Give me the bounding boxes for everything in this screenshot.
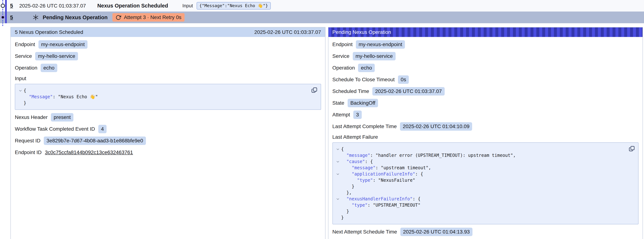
json-text <box>341 172 352 176</box>
json-text <box>341 159 346 164</box>
json-text: : "handler error (UPSTREAM_TIMEOUT): ups… <box>370 153 516 158</box>
code-line: "applicationFailureInfo": { <box>335 171 626 177</box>
field-value-badge: 3e829b7e-7d67-4b08-aad3-b1e868bfe9e0 <box>44 136 146 145</box>
code-text: "message": "handler error (UPSTREAM_TIME… <box>341 152 516 158</box>
detail-field-row: Operationecho <box>332 64 639 72</box>
field-value-link[interactable]: 3c0c75ccfa8144b092c13ce632463761 <box>45 150 133 155</box>
code-line: "nexusHandlerFailureInfo": { <box>335 196 626 202</box>
detail-field-row: Nexus Headerpresent <box>15 113 321 122</box>
code-line: } <box>335 214 626 221</box>
chevron-down-icon[interactable] <box>335 158 341 164</box>
event-row-nexus-operation-scheduled[interactable]: 5 2025-02-26 UTC 01:03:37.07 Nexus Opera… <box>0 0 644 12</box>
json-text: : "NexusFailure" <box>373 178 415 183</box>
field-label: Nexus Header <box>15 114 48 120</box>
code-gutter <box>17 94 24 95</box>
code-text: } <box>341 214 344 221</box>
chevron-down-icon[interactable] <box>335 146 341 151</box>
code-gutter <box>335 208 341 210</box>
field-value-badge: echo <box>358 64 375 72</box>
code-gutter <box>335 214 341 216</box>
json-text: : { <box>365 159 373 164</box>
field-label: Service <box>332 53 350 59</box>
scheduled-panel-header: 5 Nexus Operation Scheduled 2025-02-26 U… <box>11 28 325 37</box>
json-text: } <box>341 184 354 189</box>
json-text: : { <box>415 172 423 176</box>
json-text: : "upstream timeout", <box>376 165 431 170</box>
field-label: Last Attempt Failure <box>332 134 639 140</box>
code-line: { <box>335 146 626 152</box>
field-label: Endpoint ID <box>15 150 42 155</box>
detail-field-row: Workflow Task Completed Event ID4 <box>15 125 321 133</box>
json-text: : "Nexus Echo 👋" <box>53 94 98 99</box>
json-key: "type" <box>352 202 368 208</box>
field-value-badge: my-hello-service <box>353 52 396 60</box>
field-value-badge: my-hello-service <box>35 52 78 60</box>
json-text <box>24 94 29 99</box>
detail-field-row: Scheduled Time2025-02-26 UTC 01:03:37.07 <box>332 87 639 96</box>
code-text: "applicationFailureInfo": { <box>341 171 423 177</box>
field-label: Service <box>15 53 32 59</box>
input-preview-chip: {"Message":"Nexus Echo 👋"} <box>196 2 271 10</box>
detail-field-row: Schedule To Close Timeout0s <box>332 76 639 84</box>
pending-panel-body: Endpointmy-nexus-endpointServicemy-hello… <box>328 37 643 239</box>
json-code-viewer: { "Message": "Nexus Echo 👋"} <box>15 84 321 110</box>
detail-field-row: Next Attempt Schedule Time2025-02-26 UTC… <box>332 228 639 236</box>
code-text: } <box>24 100 26 106</box>
chevron-down-icon[interactable] <box>335 196 341 201</box>
code-gutter <box>335 190 341 191</box>
json-text: : { <box>412 196 420 202</box>
field-label: Last Attempt Complete Time <box>332 124 397 130</box>
json-key: "message" <box>346 153 370 158</box>
detail-field-row: Operationecho <box>15 64 321 72</box>
field-value-badge: 2025-02-26 UTC 01:04:10.09 <box>400 122 472 131</box>
code-line: }, <box>335 190 626 196</box>
event-id-link[interactable]: 5 <box>10 14 13 20</box>
copy-icon[interactable] <box>628 145 636 152</box>
field-label: Workflow Task Completed Event ID <box>15 126 95 132</box>
json-text: } <box>24 100 26 106</box>
panel-timestamp: 2025-02-26 UTC 01:03:37.07 <box>254 29 321 35</box>
retry-badge-text: Attempt 3 · Next Retry 0s <box>124 14 182 20</box>
hollow-circle-marker <box>1 4 5 8</box>
field-value-badge: 4 <box>98 125 107 133</box>
field-value-badge: 0s <box>398 76 409 84</box>
detail-field-row: Servicemy-hello-service <box>15 52 321 60</box>
json-key: "Message" <box>29 94 53 99</box>
copy-icon[interactable] <box>310 86 318 94</box>
code-gutter <box>335 165 341 166</box>
code-line: "cause": { <box>335 158 626 165</box>
json-text: } <box>341 215 344 220</box>
code-text: } <box>341 208 349 214</box>
field-value-badge: present <box>51 113 74 122</box>
chevron-down-icon[interactable] <box>17 88 24 92</box>
event-row-pending-nexus-operation[interactable]: 5 Pending Nexus Operation Attempt 3 · Ne… <box>0 12 644 23</box>
code-text: "message": "upstream timeout", <box>341 165 431 171</box>
field-value-badge: 2025-02-26 UTC 01:04:13.93 <box>400 228 472 236</box>
workflow-event-details-screen: 5 2025-02-26 UTC 01:03:37.07 Nexus Opera… <box>0 0 644 239</box>
event-title: Pending Nexus Operation <box>43 14 108 20</box>
code-text: }, <box>341 190 352 196</box>
code-gutter <box>335 177 341 178</box>
event-timestamp: 2025-02-26 UTC 01:03:37.07 <box>19 3 86 9</box>
detail-field-row: Attempt3 <box>332 110 639 119</box>
json-key: "applicationFailureInfo" <box>352 172 415 176</box>
chevron-down-icon[interactable] <box>335 171 341 176</box>
code-text: "nexusHandlerFailureInfo": { <box>341 196 421 202</box>
pending-operation-panel: Pending Nexus Operation Endpointmy-nexus… <box>328 27 643 239</box>
json-text: : "UPSTREAM_TIMEOUT" <box>368 202 420 208</box>
code-text: "type": "UPSTREAM_TIMEOUT" <box>341 202 420 208</box>
event-id-link[interactable]: 5 <box>10 3 13 9</box>
code-gutter <box>335 152 341 154</box>
field-value-badge: 2025-02-26 UTC 01:03:37.07 <box>372 87 444 96</box>
field-label: Endpoint <box>15 42 35 48</box>
code-line: "message": "handler error (UPSTREAM_TIME… <box>335 152 626 158</box>
json-key: "cause" <box>346 159 365 164</box>
scheduled-panel-body: Endpointmy-nexus-endpointServicemy-hello… <box>11 37 325 166</box>
code-line: { <box>17 88 308 94</box>
json-key: "type" <box>357 178 373 183</box>
field-value-badge: my-nexus-endpoint <box>38 40 88 49</box>
detail-field-row: Endpoint ID3c0c75ccfa8144b092c13ce632463… <box>15 148 321 157</box>
field-value-badge: my-nexus-endpoint <box>356 40 405 49</box>
code-line: } <box>17 100 308 106</box>
json-text: }, <box>341 190 352 195</box>
